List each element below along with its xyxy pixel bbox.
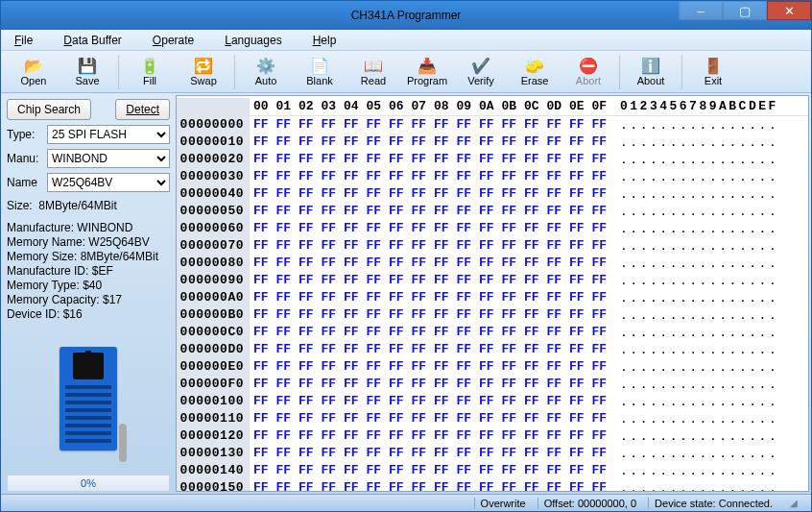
byte-cell[interactable]: FF	[520, 185, 543, 203]
byte-cell[interactable]: FF	[430, 255, 453, 272]
byte-cell[interactable]: FF	[363, 220, 386, 237]
byte-cell[interactable]: FF	[318, 376, 341, 393]
byte-cell[interactable]: FF	[340, 203, 363, 220]
byte-cell[interactable]: FF	[475, 376, 498, 393]
minimize-button[interactable]: –	[679, 1, 723, 20]
byte-cell[interactable]: FF	[453, 462, 476, 479]
byte-cell[interactable]: FF	[340, 427, 363, 445]
byte-cell[interactable]: FF	[385, 393, 408, 410]
detect-button[interactable]: Detect	[115, 99, 170, 120]
byte-cell[interactable]: FF	[498, 410, 521, 427]
byte-cell[interactable]: FF	[340, 445, 363, 462]
byte-cell[interactable]: FF	[363, 306, 386, 324]
byte-cell[interactable]: FF	[340, 116, 363, 134]
byte-cell[interactable]: FF	[318, 168, 341, 185]
byte-cell[interactable]: FF	[430, 168, 453, 185]
byte-cell[interactable]: FF	[295, 306, 318, 324]
byte-cell[interactable]: FF	[453, 203, 476, 220]
byte-cell[interactable]: FF	[498, 255, 521, 272]
byte-cell[interactable]: FF	[363, 376, 386, 393]
byte-cell[interactable]: FF	[340, 341, 363, 358]
read-button[interactable]: 📖Read	[346, 53, 400, 91]
byte-cell[interactable]: FF	[340, 479, 363, 491]
byte-cell[interactable]: FF	[520, 237, 543, 255]
byte-cell[interactable]: FF	[588, 376, 611, 393]
hex-row[interactable]: 00000150FFFFFFFFFFFFFFFFFFFFFFFFFFFFFFFF…	[177, 479, 808, 491]
byte-cell[interactable]: FF	[340, 185, 363, 203]
byte-cell[interactable]: FF	[453, 151, 476, 168]
byte-cell[interactable]: FF	[543, 151, 566, 168]
byte-cell[interactable]: FF	[565, 445, 588, 462]
byte-cell[interactable]: FF	[520, 203, 543, 220]
byte-cell[interactable]: FF	[408, 306, 431, 324]
byte-cell[interactable]: FF	[543, 306, 566, 324]
byte-cell[interactable]: FF	[385, 324, 408, 341]
byte-cell[interactable]: FF	[318, 358, 341, 376]
byte-cell[interactable]: FF	[543, 272, 566, 289]
byte-cell[interactable]: FF	[475, 358, 498, 376]
byte-cell[interactable]: FF	[543, 427, 566, 445]
program-button[interactable]: 📥Program	[400, 53, 454, 91]
byte-cell[interactable]: FF	[498, 376, 521, 393]
hex-row[interactable]: 00000000FFFFFFFFFFFFFFFFFFFFFFFFFFFFFFFF…	[177, 116, 808, 134]
byte-cell[interactable]: FF	[340, 376, 363, 393]
byte-cell[interactable]: FF	[340, 306, 363, 324]
byte-cell[interactable]: FF	[340, 324, 363, 341]
byte-cell[interactable]: FF	[430, 358, 453, 376]
byte-cell[interactable]: FF	[318, 237, 341, 255]
menu-file[interactable]: File	[14, 34, 33, 47]
byte-cell[interactable]: FF	[363, 393, 386, 410]
byte-cell[interactable]: FF	[385, 255, 408, 272]
byte-cell[interactable]: FF	[453, 134, 476, 151]
byte-cell[interactable]: FF	[520, 134, 543, 151]
hex-row[interactable]: 000000A0FFFFFFFFFFFFFFFFFFFFFFFFFFFFFFFF…	[177, 289, 808, 306]
menu-languages[interactable]: Languages	[225, 34, 281, 47]
byte-cell[interactable]: FF	[363, 341, 386, 358]
byte-cell[interactable]: FF	[498, 116, 521, 134]
byte-cell[interactable]: FF	[250, 203, 273, 220]
byte-cell[interactable]: FF	[588, 289, 611, 306]
byte-cell[interactable]: FF	[385, 427, 408, 445]
hex-row[interactable]: 00000060FFFFFFFFFFFFFFFFFFFFFFFFFFFFFFFF…	[177, 220, 808, 237]
byte-cell[interactable]: FF	[430, 134, 453, 151]
byte-cell[interactable]: FF	[363, 324, 386, 341]
byte-cell[interactable]: FF	[565, 427, 588, 445]
byte-cell[interactable]: FF	[385, 220, 408, 237]
menu-data-buffer[interactable]: Data Buffer	[63, 34, 122, 47]
byte-cell[interactable]: FF	[408, 376, 431, 393]
byte-cell[interactable]: FF	[273, 376, 296, 393]
byte-cell[interactable]: FF	[453, 255, 476, 272]
byte-cell[interactable]: FF	[565, 185, 588, 203]
byte-cell[interactable]: FF	[475, 289, 498, 306]
byte-cell[interactable]: FF	[273, 151, 296, 168]
byte-cell[interactable]: FF	[385, 151, 408, 168]
byte-cell[interactable]: FF	[250, 324, 273, 341]
byte-cell[interactable]: FF	[453, 116, 476, 134]
byte-cell[interactable]: FF	[543, 134, 566, 151]
byte-cell[interactable]: FF	[453, 341, 476, 358]
maximize-button[interactable]: ▢	[723, 1, 767, 20]
byte-cell[interactable]: FF	[453, 479, 476, 491]
byte-cell[interactable]: FF	[340, 151, 363, 168]
byte-cell[interactable]: FF	[520, 376, 543, 393]
byte-cell[interactable]: FF	[295, 479, 318, 491]
byte-cell[interactable]: FF	[430, 393, 453, 410]
byte-cell[interactable]: FF	[588, 134, 611, 151]
verify-button[interactable]: ✔️Verify	[454, 53, 508, 91]
byte-cell[interactable]: FF	[565, 220, 588, 237]
byte-cell[interactable]: FF	[453, 376, 476, 393]
byte-cell[interactable]: FF	[408, 427, 431, 445]
byte-cell[interactable]: FF	[250, 151, 273, 168]
byte-cell[interactable]: FF	[520, 358, 543, 376]
byte-cell[interactable]: FF	[295, 341, 318, 358]
byte-cell[interactable]: FF	[295, 168, 318, 185]
byte-cell[interactable]: FF	[520, 151, 543, 168]
byte-cell[interactable]: FF	[318, 272, 341, 289]
byte-cell[interactable]: FF	[273, 410, 296, 427]
byte-cell[interactable]: FF	[273, 306, 296, 324]
byte-cell[interactable]: FF	[543, 445, 566, 462]
hex-row[interactable]: 000000C0FFFFFFFFFFFFFFFFFFFFFFFFFFFFFFFF…	[177, 324, 808, 341]
byte-cell[interactable]: FF	[498, 341, 521, 358]
byte-cell[interactable]: FF	[250, 116, 273, 134]
hex-row[interactable]: 000000E0FFFFFFFFFFFFFFFFFFFFFFFFFFFFFFFF…	[177, 358, 808, 376]
